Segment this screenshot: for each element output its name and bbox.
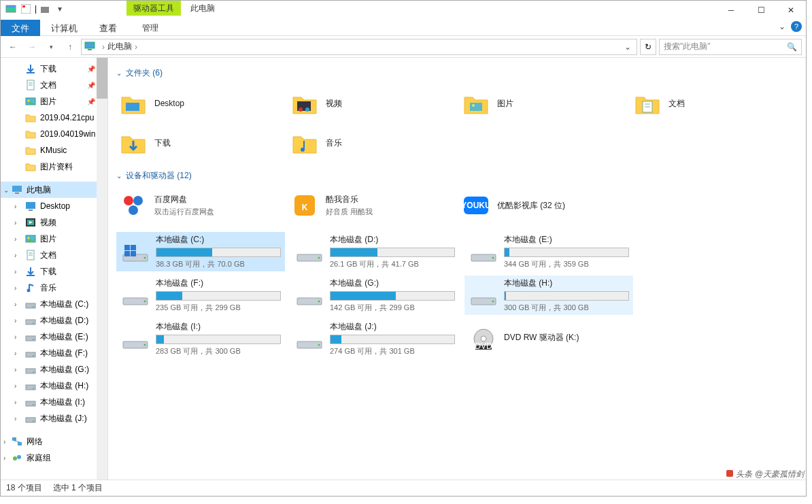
app-icon: K — [290, 191, 319, 220]
app-icon: YOUKU — [462, 191, 490, 220]
drive-icon — [294, 283, 324, 307]
chevron-right-icon[interactable]: › — [14, 366, 22, 373]
sidebar-pc-item[interactable]: ›本地磁盘 (C:) — [1, 296, 107, 312]
svg-point-45 — [13, 456, 17, 460]
folder-item[interactable]: 音乐 — [288, 125, 454, 161]
file-tab[interactable]: 文件 — [1, 20, 40, 36]
qat-new-folder-icon[interactable] — [39, 3, 51, 15]
drive-item[interactable]: 本地磁盘 (D:) 26.1 GB 可用，共 41.7 GB — [290, 232, 459, 271]
sidebar-pc-item[interactable]: ›音乐 — [1, 280, 107, 296]
sidebar-pc-item[interactable]: ›本地磁盘 (G:) — [1, 361, 107, 377]
chevron-right-icon[interactable]: › — [14, 268, 22, 275]
folder-item[interactable]: 文档 — [630, 86, 796, 121]
chevron-right-icon[interactable]: › — [14, 284, 22, 292]
back-button[interactable]: ← — [5, 39, 21, 55]
drive-item[interactable]: 本地磁盘 (G:) 142 GB 可用，共 299 GB — [290, 275, 459, 315]
svg-point-31 — [33, 339, 34, 340]
app-icon — [119, 191, 148, 220]
drive-icon — [25, 331, 36, 342]
svg-rect-34 — [26, 369, 35, 373]
refresh-button[interactable]: ↻ — [640, 39, 656, 55]
chevron-right-icon[interactable]: › — [3, 454, 12, 462]
chevron-right-icon[interactable]: › — [14, 350, 22, 357]
chevron-right-icon[interactable]: › — [14, 219, 22, 226]
chevron-right-icon[interactable]: › — [14, 235, 22, 243]
sidebar-network[interactable]: › 网络 — [1, 433, 107, 450]
devices-group-header[interactable]: ⌄ 设备和驱动器 (12) — [116, 170, 798, 182]
chevron-down-icon[interactable]: ⌄ — [3, 186, 12, 194]
drive-tools-tab[interactable]: 驱动器工具 — [126, 1, 181, 16]
sidebar-pc-item[interactable]: ›本地磁盘 (F:) — [1, 345, 107, 361]
chevron-right-icon[interactable]: › — [3, 438, 12, 446]
pin-icon: 📌 — [87, 98, 95, 105]
svg-rect-43 — [18, 442, 22, 446]
drive-item[interactable]: 本地磁盘 (E:) 344 GB 可用，共 359 GB — [464, 232, 633, 271]
ribbon-collapse-icon[interactable]: ⌄ — [779, 22, 785, 31]
sidebar-pc-item[interactable]: ›文档 — [1, 247, 107, 263]
sidebar-quick-item[interactable]: 文档📌 — [1, 77, 107, 93]
sidebar-pc-item[interactable]: ›本地磁盘 (E:) — [1, 329, 107, 345]
dvd-drive-item[interactable]: DVDDVD RW 驱动器 (K:) — [464, 319, 633, 358]
chevron-right-icon[interactable]: › — [14, 399, 22, 406]
svg-point-69 — [144, 257, 146, 259]
app-item[interactable]: YOUKU优酷影视库 (32 位) — [459, 188, 625, 222]
chevron-right-icon[interactable]: › — [14, 317, 22, 324]
sidebar-pc-item[interactable]: ›下载 — [1, 263, 107, 280]
sidebar-pc-item[interactable]: ›本地磁盘 (D:) — [1, 312, 107, 329]
app-item[interactable]: K酷我音乐好音质 用酷我 — [288, 188, 454, 222]
sidebar-quick-item[interactable]: 2019.04019win — [1, 126, 107, 142]
folder-item[interactable]: 视频 — [288, 86, 454, 121]
folders-group-header[interactable]: ⌄ 文件夹 (6) — [116, 67, 798, 79]
breadcrumb-sep: › — [102, 42, 105, 52]
sidebar-pc-item[interactable]: ›本地磁盘 (J:) — [1, 410, 107, 426]
computer-tab[interactable]: 计算机 — [40, 20, 88, 36]
address-input[interactable]: › 此电脑 › ⌄ — [81, 39, 637, 55]
chevron-right-icon[interactable]: › — [14, 252, 22, 259]
qat-dropdown-icon[interactable]: ▾ — [54, 3, 66, 15]
svg-rect-68 — [131, 251, 136, 256]
sidebar-pc-item[interactable]: ›图片 — [1, 231, 107, 247]
chevron-right-icon[interactable]: › — [14, 382, 22, 390]
address-dropdown-icon[interactable]: ⌄ — [622, 42, 634, 52]
sidebar-this-pc[interactable]: ⌄ 此电脑 — [1, 182, 107, 198]
folder-item[interactable]: 图片 — [459, 86, 625, 121]
sidebar-quick-item[interactable]: 2019.04.21cpu — [1, 110, 107, 126]
chevron-right-icon[interactable]: › — [14, 203, 22, 210]
help-icon[interactable]: ? — [791, 21, 802, 32]
forward-button[interactable]: → — [24, 39, 40, 55]
drive-usage-bar — [156, 291, 281, 301]
drive-item[interactable]: 本地磁盘 (F:) 235 GB 可用，共 299 GB — [116, 275, 285, 315]
manage-tab[interactable]: 管理 — [134, 20, 167, 37]
qat-properties-icon[interactable] — [20, 3, 32, 15]
sidebar-pc-item[interactable]: ›Desktop — [1, 198, 107, 214]
drive-item[interactable]: 本地磁盘 (H:) 300 GB 可用，共 300 GB — [464, 275, 633, 315]
recent-dropdown[interactable]: ▾ — [43, 39, 59, 55]
search-input[interactable]: 搜索"此电脑" 🔍 — [659, 39, 802, 55]
sidebar-quick-item[interactable]: 下载📌 — [1, 61, 107, 77]
chevron-right-icon[interactable]: › — [14, 301, 22, 308]
drive-item[interactable]: 本地磁盘 (C:) 38.3 GB 可用，共 70.0 GB — [116, 232, 285, 271]
up-button[interactable]: ↑ — [62, 39, 78, 55]
maximize-button[interactable]: ☐ — [746, 1, 776, 20]
close-button[interactable]: ✕ — [776, 1, 806, 20]
chevron-right-icon[interactable]: › — [14, 333, 22, 341]
sidebar-pc-item[interactable]: ›视频 — [1, 214, 107, 231]
sidebar-quick-item[interactable]: 图片资料 — [1, 158, 107, 175]
chevron-right-icon[interactable]: › — [14, 415, 22, 422]
minimize-button[interactable]: ─ — [716, 1, 746, 20]
breadcrumb-location[interactable]: 此电脑 — [107, 41, 132, 52]
sidebar-quick-item[interactable]: 图片📌 — [1, 93, 107, 110]
sidebar-scrollbar[interactable] — [97, 58, 107, 480]
drive-item[interactable]: 本地磁盘 (I:) 283 GB 可用，共 300 GB — [116, 319, 285, 358]
sidebar-quick-item[interactable]: KMusic — [1, 142, 107, 158]
homegroup-icon — [12, 452, 22, 463]
sidebar-pc-item[interactable]: ›本地磁盘 (H:) — [1, 377, 107, 394]
folder-item[interactable]: Desktop — [116, 86, 282, 121]
svg-rect-24 — [27, 275, 35, 276]
app-item[interactable]: 百度网盘双击运行百度网盘 — [116, 188, 282, 222]
view-tab[interactable]: 查看 — [88, 20, 128, 36]
sidebar-homegroup[interactable]: › 家庭组 — [1, 450, 107, 466]
folder-item[interactable]: 下载 — [116, 125, 282, 161]
sidebar-pc-item[interactable]: ›本地磁盘 (I:) — [1, 394, 107, 410]
drive-item[interactable]: 本地磁盘 (J:) 274 GB 可用，共 301 GB — [290, 319, 459, 358]
